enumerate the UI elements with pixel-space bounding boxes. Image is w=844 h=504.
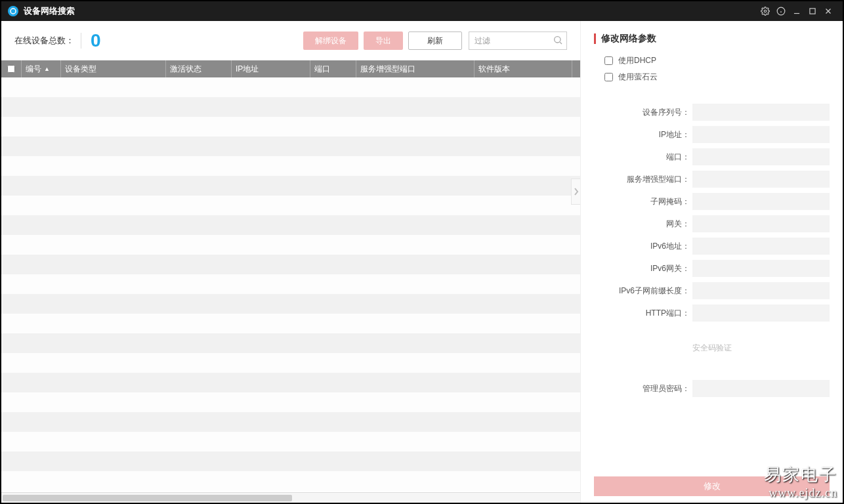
- maximize-icon[interactable]: [805, 3, 820, 19]
- table-row: [1, 373, 580, 392]
- device-count-value: 0: [91, 30, 101, 51]
- column-extra[interactable]: [572, 60, 580, 77]
- settings-icon[interactable]: [757, 3, 773, 19]
- svg-point-9: [555, 37, 560, 43]
- input-port[interactable]: [692, 148, 830, 165]
- input-gateway[interactable]: [692, 215, 830, 232]
- scrollbar-thumb[interactable]: [3, 495, 292, 501]
- table-row: [1, 215, 580, 235]
- search-icon[interactable]: [553, 35, 563, 47]
- select-all-checkbox[interactable]: [7, 65, 15, 73]
- label-ip: IP地址：: [594, 129, 692, 140]
- table-row: [1, 333, 580, 353]
- table-row: [1, 196, 580, 215]
- table-row: [1, 452, 580, 471]
- svg-rect-6: [810, 9, 815, 14]
- export-button[interactable]: 导出: [364, 32, 403, 50]
- label-http-port: HTTP端口：: [594, 308, 692, 319]
- left-panel: 在线设备总数： 0 解绑设备 导出 刷新 编号▲ 设备类型: [1, 21, 580, 503]
- label-gateway: 网关：: [594, 219, 692, 230]
- refresh-button[interactable]: 刷新: [408, 32, 462, 50]
- input-ipv6[interactable]: [692, 238, 830, 255]
- label-serial: 设备序列号：: [594, 107, 692, 118]
- label-subnet: 子网掩码：: [594, 196, 692, 207]
- table-row: [1, 314, 580, 333]
- column-activation[interactable]: 激活状态: [165, 60, 231, 77]
- panel-title: 修改网络参数: [594, 33, 830, 45]
- divider: [81, 33, 81, 49]
- label-ipv6-prefix: IPv6子网前缀长度：: [594, 285, 692, 297]
- input-ipv6-prefix[interactable]: [692, 282, 830, 299]
- column-version[interactable]: 软件版本: [474, 60, 572, 77]
- use-ezviz-checkbox[interactable]: [604, 73, 613, 81]
- input-http-port[interactable]: [692, 304, 830, 322]
- table-row: [1, 77, 580, 97]
- title-accent-bar: [594, 33, 596, 44]
- table-row: [1, 294, 580, 314]
- table-row: [1, 136, 580, 156]
- window-title: 设备网络搜索: [24, 5, 75, 17]
- horizontal-scrollbar[interactable]: [1, 492, 580, 503]
- label-service-port: 服务增强型端口：: [594, 174, 692, 185]
- input-admin-password[interactable]: [692, 380, 830, 397]
- column-device-type[interactable]: 设备类型: [60, 60, 165, 77]
- table-row: [1, 432, 580, 452]
- app-window: 设备网络搜索 在线设备总数： 0 解绑设备 导出 刷新: [1, 1, 843, 503]
- svg-point-1: [764, 10, 767, 12]
- modify-button[interactable]: 修改: [594, 476, 830, 496]
- network-form: 设备序列号： IP地址： 端口： 服务增强型端口： 子网掩码： 网关： IPv6…: [594, 104, 830, 327]
- svg-line-10: [560, 42, 562, 44]
- table-row: [1, 412, 580, 432]
- column-serial[interactable]: 编号▲: [21, 60, 60, 77]
- table-row: [1, 97, 580, 117]
- label-ipv6: IPv6地址：: [594, 241, 692, 252]
- collapse-panel-button[interactable]: [571, 178, 580, 205]
- table-row: [1, 176, 580, 196]
- label-port: 端口：: [594, 152, 692, 163]
- column-ip[interactable]: IP地址: [231, 60, 310, 77]
- security-code-header: 安全码验证: [594, 343, 830, 354]
- app-logo-icon: [8, 6, 18, 16]
- minimize-icon[interactable]: [789, 3, 805, 19]
- body: 在线设备总数： 0 解绑设备 导出 刷新 编号▲ 设备类型: [1, 21, 843, 503]
- sort-asc-icon: ▲: [44, 66, 50, 72]
- column-service-port[interactable]: 服务增强型端口: [356, 60, 474, 77]
- filter-box: [469, 32, 567, 50]
- select-all-column[interactable]: [1, 60, 21, 77]
- info-icon[interactable]: [773, 3, 789, 19]
- right-panel: 修改网络参数 使用DHCP 使用萤石云 设备序列号： IP地址： 端口： 服务增…: [580, 21, 843, 503]
- table-row: [1, 471, 580, 491]
- input-serial[interactable]: [692, 104, 830, 121]
- input-subnet[interactable]: [692, 193, 830, 210]
- label-ipv6-gateway: IPv6网关：: [594, 263, 692, 274]
- table-row: [1, 274, 580, 294]
- input-ip[interactable]: [692, 126, 830, 143]
- column-port[interactable]: 端口: [310, 60, 356, 77]
- table-row: [1, 255, 580, 274]
- titlebar: 设备网络搜索: [1, 1, 843, 21]
- table-header: 编号▲ 设备类型 激活状态 IP地址 端口 服务增强型端口 软件版本: [1, 60, 580, 77]
- table-row: [1, 392, 580, 412]
- table-row: [1, 235, 580, 255]
- use-dhcp-label: 使用DHCP: [618, 55, 656, 66]
- input-service-port[interactable]: [692, 171, 830, 188]
- close-icon[interactable]: [820, 3, 836, 19]
- device-count-label: 在线设备总数：: [14, 35, 74, 47]
- label-admin-password: 管理员密码：: [594, 383, 692, 394]
- table-row: [1, 156, 580, 176]
- unbind-device-button[interactable]: 解绑设备: [303, 32, 358, 50]
- input-ipv6-gateway[interactable]: [692, 260, 830, 277]
- table-body: [1, 77, 580, 492]
- table-row: [1, 117, 580, 136]
- table-row: [1, 353, 580, 373]
- svg-point-0: [11, 9, 16, 14]
- use-dhcp-checkbox[interactable]: [604, 56, 613, 65]
- device-table: 编号▲ 设备类型 激活状态 IP地址 端口 服务增强型端口 软件版本: [1, 60, 580, 503]
- toolbar: 在线设备总数： 0 解绑设备 导出 刷新: [1, 21, 580, 60]
- use-dhcp-row[interactable]: 使用DHCP: [594, 55, 830, 66]
- use-ezviz-row[interactable]: 使用萤石云: [594, 72, 830, 83]
- use-ezviz-label: 使用萤石云: [618, 72, 658, 83]
